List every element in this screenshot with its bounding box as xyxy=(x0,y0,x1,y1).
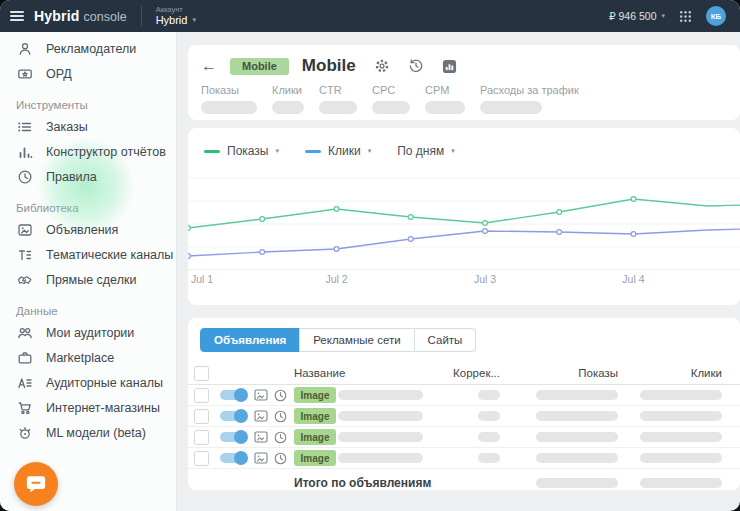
skeleton-clicks xyxy=(640,411,722,421)
image-icon[interactable] xyxy=(254,389,274,401)
avatar[interactable]: КБ xyxy=(706,6,726,26)
apps-grid-icon[interactable] xyxy=(679,10,692,23)
briefcase-icon xyxy=(16,350,33,366)
chart-canvas xyxy=(188,170,740,270)
table-row: Image xyxy=(188,427,740,448)
skeleton-impressions xyxy=(536,411,618,421)
clock-icon[interactable] xyxy=(274,389,294,402)
x-tick-label: Jul 2 xyxy=(325,273,347,285)
sidebar-item-advertisers[interactable]: Рекламодатели xyxy=(0,36,176,61)
logo[interactable]: Hybrid console xyxy=(34,8,127,24)
skeleton-clicks xyxy=(640,453,722,463)
chevron-down-icon: ▾ xyxy=(275,147,279,155)
table-card: Объявления Рекламные сети Сайты Название… xyxy=(188,318,740,490)
back-button[interactable]: ← xyxy=(201,58,217,74)
sidebar-item-ml-models[interactable]: ML модели (beta) xyxy=(0,420,176,445)
format-badge: Image xyxy=(294,450,336,466)
sidebar-item-label: Мои аудитории xyxy=(46,326,134,340)
sidebar-item-marketplace[interactable]: Marketplace xyxy=(0,345,176,370)
row-checkbox[interactable] xyxy=(194,388,209,403)
row-toggle[interactable] xyxy=(220,430,248,444)
row-toggle[interactable] xyxy=(220,451,248,465)
sidebar-item-label: ОРД xyxy=(46,67,72,81)
skeleton-clicks xyxy=(640,390,722,400)
sidebar-item-rules[interactable]: Правила xyxy=(0,164,176,189)
select-all-checkbox[interactable] xyxy=(194,366,209,381)
sidebar-item-online-stores[interactable]: Интернет-магазины xyxy=(0,395,176,420)
row-checkbox[interactable] xyxy=(194,430,209,445)
column-correction: Коррек... xyxy=(453,367,500,379)
totals-label: Итого по объявлениям xyxy=(294,476,444,490)
sidebar-item-label: Аудиторные каналы xyxy=(46,376,163,390)
cart-icon xyxy=(16,400,33,416)
clock-icon[interactable] xyxy=(274,431,294,444)
status-badge: Mobile xyxy=(230,58,289,75)
sidebar-item-thematic-channels[interactable]: Тематические каналы xyxy=(0,242,176,267)
row-checkbox[interactable] xyxy=(194,409,209,424)
skeleton-correction xyxy=(478,390,500,400)
row-toggle[interactable] xyxy=(220,388,248,402)
main-content: ← Mobile Mobile Показы Клики xyxy=(177,32,740,511)
sidebar-item-my-audiences[interactable]: Мои аудитории xyxy=(0,320,176,345)
people-icon xyxy=(16,325,33,341)
image-icon xyxy=(16,222,33,238)
chevron-down-icon: ▾ xyxy=(451,147,455,155)
skeleton-name xyxy=(338,453,423,463)
tab-ads[interactable]: Объявления xyxy=(200,328,300,352)
format-badge: Image xyxy=(294,387,336,403)
sidebar-item-label: Конструктор отчётов xyxy=(46,145,166,159)
sidebar-item-label: Тематические каналы xyxy=(46,248,173,262)
skeleton-value xyxy=(319,101,357,114)
tab-sites[interactable]: Сайты xyxy=(414,328,477,352)
sidebar-item-label: Заказы xyxy=(46,120,88,134)
sidebar-item-report-builder[interactable]: Конструктор отчётов xyxy=(0,139,176,164)
sidebar-item-label: Marketplace xyxy=(46,351,114,365)
format-badge: Image xyxy=(294,429,336,445)
clock-icon[interactable] xyxy=(274,452,294,465)
legend-impressions-dropdown[interactable]: Показы ▾ xyxy=(204,144,279,158)
tab-ad-networks[interactable]: Рекламные сети xyxy=(299,328,414,352)
sidebar-item-label: Интернет-магазины xyxy=(46,401,160,415)
campaign-header-card: ← Mobile Mobile Показы Клики xyxy=(188,45,740,120)
gear-icon[interactable] xyxy=(374,58,390,74)
skeleton-correction xyxy=(478,432,500,442)
sidebar-item-direct-deals[interactable]: Прямые сделки xyxy=(0,267,176,292)
account-switcher[interactable]: Аккаунт Hybrid ▾ xyxy=(156,6,196,26)
chevron-down-icon: ▾ xyxy=(368,147,372,155)
image-icon[interactable] xyxy=(254,431,274,443)
chevron-down-icon: ▾ xyxy=(192,16,196,24)
handshake-icon xyxy=(16,272,33,288)
header-divider xyxy=(141,6,142,26)
sidebar-item-audience-channels[interactable]: Аудиторные каналы xyxy=(0,370,176,395)
person-icon xyxy=(16,41,33,57)
account-name: Hybrid xyxy=(156,14,188,26)
granularity-dropdown[interactable]: По дням ▾ xyxy=(397,144,455,158)
bar-chart-icon xyxy=(16,144,33,160)
account-label: Аккаунт xyxy=(156,6,196,14)
top-header: Hybrid console Аккаунт Hybrid ▾ ₽ 946 50… xyxy=(0,0,740,32)
image-icon[interactable] xyxy=(254,410,274,422)
sidebar-item-ads[interactable]: Объявления xyxy=(0,217,176,242)
chat-button[interactable] xyxy=(14,462,58,506)
history-icon[interactable] xyxy=(408,58,424,74)
column-impressions: Показы xyxy=(578,367,618,379)
report-icon[interactable] xyxy=(442,59,457,74)
row-checkbox[interactable] xyxy=(194,451,209,466)
x-tick-label: Jul 3 xyxy=(474,273,496,285)
impressions-swatch xyxy=(204,150,220,153)
x-tick-label: Jul 1 xyxy=(191,273,213,285)
text-channels-icon xyxy=(16,247,33,263)
legend-clicks-dropdown[interactable]: Клики ▾ xyxy=(305,144,371,158)
balance-dropdown[interactable]: ₽ 946 500 ▾ xyxy=(609,10,665,22)
row-toggle[interactable] xyxy=(220,409,248,423)
skeleton-value xyxy=(480,101,542,114)
hamburger-menu-icon[interactable] xyxy=(10,11,24,21)
traffic-chart: Jul 1Jul 2Jul 3Jul 4 xyxy=(188,170,740,289)
kpi-clicks: Клики xyxy=(272,84,304,114)
image-icon[interactable] xyxy=(254,452,274,464)
chat-bubble-icon xyxy=(25,473,47,495)
sidebar-item-orders[interactable]: Заказы xyxy=(0,114,176,139)
sidebar-item-ord[interactable]: ОРД xyxy=(0,61,176,86)
page-title: Mobile xyxy=(302,56,356,76)
clock-icon[interactable] xyxy=(274,410,294,423)
